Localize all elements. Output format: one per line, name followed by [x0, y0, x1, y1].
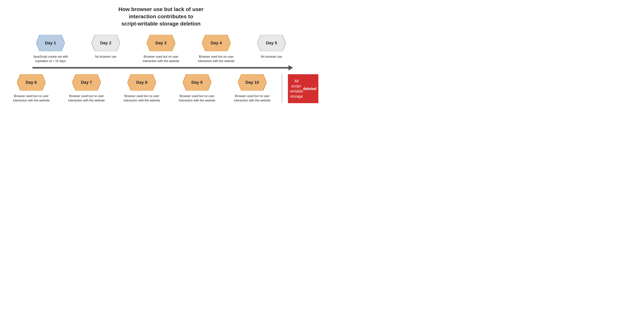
day-desc-day2: No browser use: [95, 55, 116, 59]
hexagon-wrap-day6: Day 6: [17, 74, 46, 91]
hexagon-wrap-day5: Day 5: [257, 35, 286, 51]
day-col-day2: Day 2No browser use: [78, 35, 133, 59]
day-label-day8: Day 8: [136, 80, 148, 85]
day-col-day4: Day 4Browser used but no user interactio…: [189, 35, 244, 63]
hexagon-day8: Day 8: [128, 74, 156, 91]
day-label-day4: Day 4: [211, 40, 222, 45]
row1: Day 1JavaScript cookie set with expirati…: [8, 35, 314, 63]
hexagon-wrap-day2: Day 2: [92, 35, 120, 51]
day-desc-day5: No browser use: [261, 55, 282, 59]
hexagon-day7: Day 7: [72, 74, 101, 91]
day-label-day6: Day 6: [26, 80, 37, 85]
timeline-arrow: [8, 67, 314, 68]
day-label-day2: Day 2: [100, 40, 112, 45]
arrow-line: [32, 67, 290, 68]
day-col-day5: Day 5No browser use: [244, 35, 299, 59]
day-label-day10: Day 10: [246, 80, 259, 85]
hexagon-day2: Day 2: [92, 35, 120, 51]
day-desc-day6: Browser used but no user interaction wit…: [10, 94, 52, 103]
hexagon-wrap-day8: Day 8: [128, 74, 156, 91]
day-col-day7: Day 7Browser used but no user interactio…: [59, 74, 114, 103]
divider: [282, 74, 282, 103]
day-col-day9: Day 9Browser used but no user interactio…: [170, 74, 225, 103]
hexagon-wrap-day1: Day 1: [36, 35, 65, 51]
day-desc-day4: Browser used but no user interaction wit…: [195, 55, 237, 63]
hexagon-day9: Day 9: [183, 74, 211, 91]
day-col-day8: Day 8Browser used but no user interactio…: [114, 74, 170, 103]
hexagon-wrap-day3: Day 3: [147, 35, 175, 51]
day-label-day9: Day 9: [192, 80, 203, 85]
hexagon-wrap-day7: Day 7: [72, 74, 101, 91]
day-col-day10: Day 10Browser used but no user interacti…: [225, 74, 280, 103]
day-desc-day9: Browser used but no user interaction wit…: [176, 94, 218, 103]
day-col-day6: Day 6Browser used but no user interactio…: [4, 74, 59, 103]
hexagon-wrap-day10: Day 10: [238, 74, 266, 91]
hexagon-wrap-day4: Day 4: [202, 35, 230, 51]
bottom-section: Day 6Browser used but no user interactio…: [8, 74, 314, 103]
hexagon-day10: Day 10: [238, 74, 266, 91]
hexagon-day3: Day 3: [147, 35, 175, 51]
hexagon-day4: Day 4: [202, 35, 230, 51]
day-col-day1: Day 1JavaScript cookie set with expirati…: [23, 35, 78, 63]
day-desc-day7: Browser used but no user interaction wit…: [66, 94, 108, 103]
hexagon-day6: Day 6: [17, 74, 46, 91]
day-desc-day10: Browser used but no user interaction wit…: [231, 94, 273, 103]
hexagon-day1: Day 1: [36, 35, 65, 51]
day-label-day5: Day 5: [266, 40, 277, 45]
day-desc-day1: JavaScript cookie set with expiration of…: [30, 55, 72, 63]
result-box: All script-writable storage deleted: [288, 74, 318, 103]
row2: Day 6Browser used but no user interactio…: [4, 74, 280, 103]
hexagon-wrap-day9: Day 9: [183, 74, 211, 91]
day-label-day1: Day 1: [45, 40, 56, 45]
day-desc-day3: Browser used but no user interaction wit…: [140, 55, 182, 63]
hexagon-day5: Day 5: [257, 35, 286, 51]
day-label-day7: Day 7: [81, 80, 92, 85]
day-label-day3: Day 3: [156, 40, 167, 45]
day-desc-day8: Browser used but no user interaction wit…: [121, 94, 163, 103]
day-col-day3: Day 3Browser used but no user interactio…: [133, 35, 189, 63]
page-title: How browser use but lack of userinteract…: [118, 6, 204, 27]
